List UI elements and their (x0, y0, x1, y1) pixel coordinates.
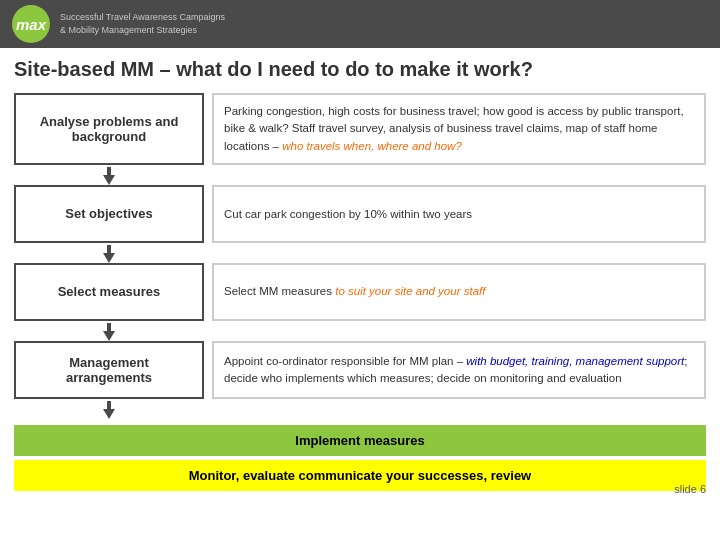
objectives-text: Cut car park congestion by 10% within tw… (224, 208, 472, 220)
logo: max (12, 5, 50, 43)
flow-row-measures: Select measures Select MM measures to su… (14, 263, 706, 321)
svg-rect-3 (107, 245, 111, 254)
flow-row-management: Management arrangements Appoint co-ordin… (14, 341, 706, 399)
left-box-measures: Select measures (14, 263, 204, 321)
svg-rect-1 (107, 167, 111, 176)
svg-rect-5 (107, 323, 111, 332)
arrow-1 (14, 167, 706, 185)
left-box-objectives: Set objectives (14, 185, 204, 243)
right-box-objectives: Cut car park congestion by 10% within tw… (212, 185, 706, 243)
svg-marker-4 (103, 331, 115, 341)
main-content: Site-based MM – what do I need to do to … (0, 48, 720, 501)
management-text-normal1: Appoint co-ordinator responsible for MM … (224, 355, 466, 367)
down-arrow-icon (100, 401, 118, 419)
svg-marker-6 (103, 409, 115, 419)
flow-row-objectives: Set objectives Cut car park congestion b… (14, 185, 706, 243)
analyse-text-italic: who travels when, where and how? (282, 140, 462, 152)
arrow-4 (14, 401, 706, 419)
slide-number: slide 6 (674, 483, 706, 495)
right-box-measures: Select MM measures to suit your site and… (212, 263, 706, 321)
svg-rect-7 (107, 401, 111, 410)
svg-marker-2 (103, 253, 115, 263)
flow-row-analyse: Analyse problems and background Parking … (14, 93, 706, 165)
header-tagline: Successful Travel Awareness Campaigns & … (60, 11, 225, 36)
header: max Successful Travel Awareness Campaign… (0, 0, 720, 48)
page-title: Site-based MM – what do I need to do to … (14, 58, 706, 81)
down-arrow-icon (100, 245, 118, 263)
right-box-analyse: Parking congestion, high costs for busin… (212, 93, 706, 165)
down-arrow-icon (100, 323, 118, 341)
measures-text-italic: to suit your site and your staff (335, 285, 485, 297)
management-text-italic: with budget, training, management suppor… (466, 355, 684, 367)
measures-text-normal: Select MM measures (224, 285, 335, 297)
svg-marker-0 (103, 175, 115, 185)
flow-diagram: Analyse problems and background Parking … (14, 93, 706, 491)
logo-text: max (16, 16, 46, 33)
arrow-2 (14, 245, 706, 263)
left-box-analyse: Analyse problems and background (14, 93, 204, 165)
right-box-management: Appoint co-ordinator responsible for MM … (212, 341, 706, 399)
left-box-management: Management arrangements (14, 341, 204, 399)
monitor-bar: Monitor, evaluate communicate your succe… (14, 460, 706, 491)
implement-bar: Implement measures (14, 425, 706, 456)
arrow-3 (14, 323, 706, 341)
down-arrow-icon (100, 167, 118, 185)
